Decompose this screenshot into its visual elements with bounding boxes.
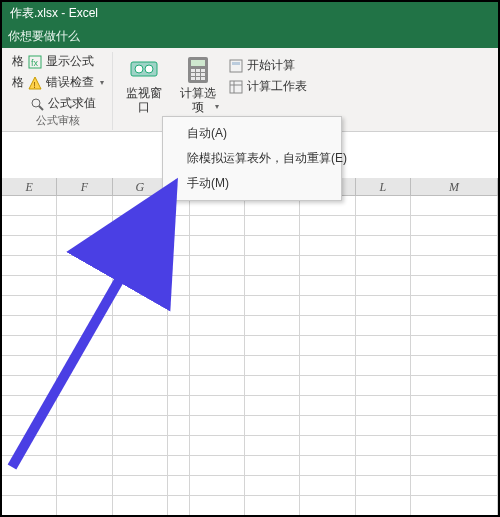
tell-me-bar[interactable]: 你想要做什么 [2, 24, 498, 48]
grid-cell[interactable] [57, 236, 112, 256]
grid-cell[interactable] [190, 256, 245, 276]
grid-cell[interactable] [300, 376, 355, 396]
grid-cell[interactable] [168, 396, 190, 416]
grid-cell[interactable] [300, 496, 355, 515]
grid-cell[interactable] [168, 376, 190, 396]
grid-cell[interactable] [245, 356, 300, 376]
grid-cell[interactable] [190, 456, 245, 476]
grid-cell[interactable] [300, 396, 355, 416]
grid-cell[interactable] [2, 256, 57, 276]
grid-cell[interactable] [411, 276, 498, 296]
grid-cell[interactable] [190, 276, 245, 296]
grid-cell[interactable] [2, 336, 57, 356]
grid-cell[interactable] [411, 196, 498, 216]
grid-cell[interactable] [113, 196, 168, 216]
grid-cell[interactable] [411, 216, 498, 236]
grid-cell[interactable] [411, 236, 498, 256]
grid-cell[interactable] [113, 236, 168, 256]
grid-cell[interactable] [411, 316, 498, 336]
grid-cell[interactable] [57, 376, 112, 396]
grid-cell[interactable] [2, 436, 57, 456]
watch-window-button[interactable]: 监视窗口 [117, 52, 171, 116]
grid-cell[interactable] [168, 296, 190, 316]
grid-cell[interactable] [2, 236, 57, 256]
grid-cell[interactable] [2, 276, 57, 296]
grid-cell[interactable] [245, 456, 300, 476]
grid-cell[interactable] [300, 316, 355, 336]
grid-cell[interactable] [356, 496, 411, 515]
grid-cell[interactable] [411, 416, 498, 436]
grid-cell[interactable] [190, 236, 245, 256]
grid-cell[interactable] [245, 476, 300, 496]
grid-cell[interactable] [300, 436, 355, 456]
grid-cell[interactable] [168, 416, 190, 436]
grid-cell[interactable] [113, 356, 168, 376]
grid-cell[interactable] [356, 316, 411, 336]
grid-cell[interactable] [190, 316, 245, 336]
grid-cell[interactable] [300, 416, 355, 436]
grid-cell[interactable] [168, 336, 190, 356]
grid-cell[interactable] [245, 336, 300, 356]
grid-cell[interactable] [245, 416, 300, 436]
grid-cell[interactable] [2, 476, 57, 496]
column-header[interactable]: F [57, 178, 112, 196]
spreadsheet-area[interactable]: E F G H I J K L M [2, 178, 498, 515]
grid-cell[interactable] [2, 376, 57, 396]
grid-cell[interactable] [300, 336, 355, 356]
grid-cell[interactable] [113, 296, 168, 316]
grid-cell[interactable] [57, 456, 112, 476]
grid-cell[interactable] [168, 356, 190, 376]
grid-cell[interactable] [356, 456, 411, 476]
grid-cell[interactable] [113, 396, 168, 416]
grid-cell[interactable] [411, 396, 498, 416]
grid-cell[interactable] [356, 236, 411, 256]
grid-cell[interactable] [356, 196, 411, 216]
grid-cell[interactable] [411, 356, 498, 376]
grid-cell[interactable] [300, 276, 355, 296]
grid-cell[interactable] [190, 216, 245, 236]
column-header[interactable]: M [411, 178, 498, 196]
grid-cell[interactable] [168, 216, 190, 236]
calculate-now-button[interactable]: 开始计算 [225, 56, 311, 75]
grid-cell[interactable] [113, 416, 168, 436]
grid-cell[interactable] [190, 416, 245, 436]
grid-cell[interactable] [57, 316, 112, 336]
grid-cell[interactable] [356, 256, 411, 276]
grid-cell[interactable] [57, 276, 112, 296]
grid-cell[interactable] [113, 216, 168, 236]
grid-cell[interactable] [113, 316, 168, 336]
grid-cell[interactable] [168, 476, 190, 496]
grid-cell[interactable] [411, 336, 498, 356]
grid-cell[interactable] [356, 436, 411, 456]
column-header[interactable]: E [2, 178, 57, 196]
grid-cell[interactable] [190, 376, 245, 396]
grid-cell[interactable] [245, 376, 300, 396]
grid-cell[interactable] [411, 456, 498, 476]
grid-cell[interactable] [168, 316, 190, 336]
grid-cell[interactable] [168, 436, 190, 456]
grid-cell[interactable] [356, 296, 411, 316]
grid-cell[interactable] [411, 256, 498, 276]
grid-cell[interactable] [2, 496, 57, 515]
grid-cell[interactable] [57, 396, 112, 416]
grid-cell[interactable] [2, 416, 57, 436]
grid-cell[interactable] [411, 496, 498, 515]
grid-cell[interactable] [168, 256, 190, 276]
grid-cell[interactable] [356, 356, 411, 376]
grid-cell[interactable] [2, 356, 57, 376]
grid-cell[interactable] [57, 336, 112, 356]
grid-cell[interactable] [168, 236, 190, 256]
grid-cell[interactable] [113, 376, 168, 396]
grid-cell[interactable] [57, 196, 112, 216]
grid-cell[interactable] [300, 356, 355, 376]
grid-cell[interactable] [300, 296, 355, 316]
grid-cell[interactable] [2, 196, 57, 216]
calculate-sheet-button[interactable]: 计算工作表 [225, 77, 311, 96]
grid-cell[interactable] [245, 236, 300, 256]
grid-cell[interactable] [168, 456, 190, 476]
grid-cell[interactable] [57, 216, 112, 236]
grid-cell[interactable] [411, 436, 498, 456]
grid-cell[interactable] [113, 456, 168, 476]
grid-cell[interactable] [57, 416, 112, 436]
grid-cell[interactable] [411, 376, 498, 396]
